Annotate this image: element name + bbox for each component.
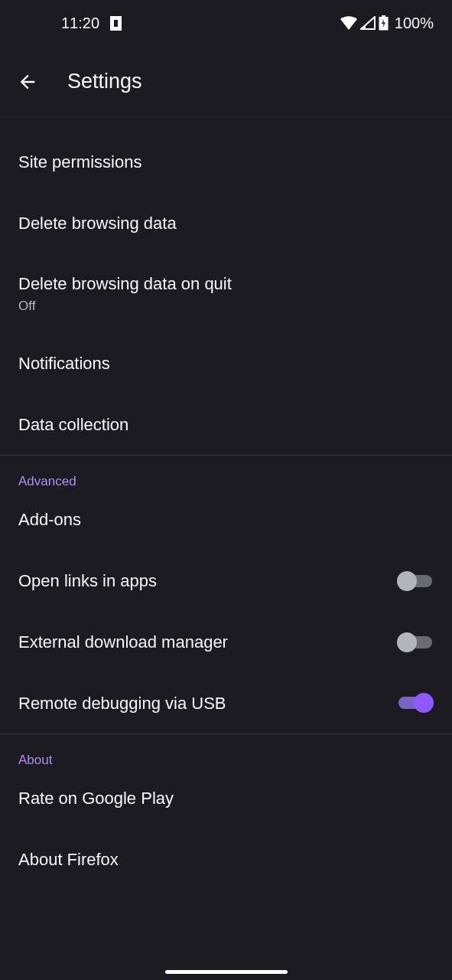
item-label: Delete browsing data (18, 212, 424, 235)
page-title: Settings (67, 70, 142, 93)
battery-icon (379, 15, 389, 31)
svg-rect-1 (114, 20, 118, 27)
item-about-firefox[interactable]: About Firefox (0, 829, 452, 890)
signal-icon (360, 16, 376, 30)
item-label: Site permissions (18, 151, 424, 174)
settings-list: Site permissions Delete browsing data De… (0, 118, 452, 890)
toggle-external-download-manager[interactable] (397, 632, 434, 653)
item-external-download-manager[interactable]: External download manager (0, 612, 452, 673)
section-header-about: About (0, 734, 452, 768)
toggle-open-links-in-apps[interactable] (397, 570, 434, 592)
svg-rect-2 (382, 15, 385, 17)
item-label: Notifications (18, 352, 424, 375)
status-right: 100% (340, 15, 434, 32)
item-site-permissions[interactable]: Site permissions (0, 132, 452, 193)
item-label: About Firefox (18, 848, 424, 871)
item-delete-browsing-data-on-quit[interactable]: Delete browsing data on quit Off (0, 253, 452, 333)
item-rate-google-play[interactable]: Rate on Google Play (0, 768, 452, 829)
item-label: Rate on Google Play (18, 787, 424, 810)
item-open-links-in-apps[interactable]: Open links in apps (0, 550, 452, 612)
section-header-advanced: Advanced (0, 456, 452, 489)
back-button[interactable] (6, 60, 49, 103)
item-delete-browsing-data[interactable]: Delete browsing data (0, 193, 452, 254)
card-icon (110, 16, 122, 31)
item-label: Remote debugging via USB (18, 692, 388, 715)
status-left: 11:20 (61, 15, 122, 32)
item-label: Delete browsing data on quit (18, 273, 424, 296)
item-label: Open links in apps (18, 570, 388, 593)
item-notifications[interactable]: Notifications (0, 333, 452, 394)
item-add-ons[interactable]: Add-ons (0, 489, 452, 550)
app-bar: Settings (0, 46, 452, 118)
item-label: Data collection (18, 413, 424, 436)
toggle-remote-debugging-usb[interactable] (397, 692, 434, 714)
item-sublabel: Off (18, 299, 424, 314)
item-data-collection[interactable]: Data collection (0, 394, 452, 456)
item-remote-debugging-usb[interactable]: Remote debugging via USB (0, 673, 452, 734)
nav-handle[interactable] (165, 970, 288, 974)
back-arrow-icon (17, 71, 38, 93)
status-time: 11:20 (61, 15, 99, 32)
item-label: External download manager (18, 631, 388, 654)
battery-percent: 100% (395, 15, 434, 32)
status-bar: 11:20 100% (0, 0, 452, 46)
item-label: Add-ons (18, 508, 424, 531)
wifi-icon (340, 16, 357, 30)
